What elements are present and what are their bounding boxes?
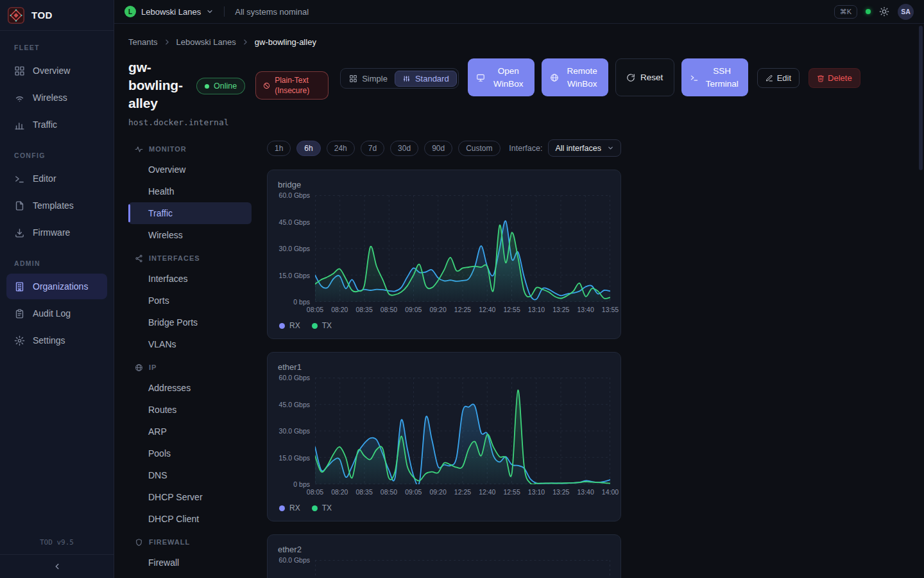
- device-nav-section-label: FIREWALL: [128, 532, 252, 552]
- device-nav: MONITOROverviewHealthTrafficWirelessINTE…: [128, 137, 252, 578]
- online-dot-icon: [205, 84, 209, 89]
- sidebar-item-organizations[interactable]: Organizations: [6, 274, 107, 299]
- x-axis-tick: 09:20: [430, 488, 447, 496]
- x-axis-tick: 13:25: [552, 488, 569, 496]
- user-avatar[interactable]: SA: [898, 4, 914, 20]
- device-nav-item-pools[interactable]: Pools: [128, 442, 252, 464]
- network-icon: [135, 254, 143, 263]
- device-nav-section-label: IP: [128, 358, 252, 377]
- sidebar-item-firmware[interactable]: Firmware: [6, 220, 107, 245]
- device-nav-item-health[interactable]: Health: [128, 180, 252, 202]
- interface-label: Interface:: [509, 144, 542, 153]
- range-pill-1h[interactable]: 1h: [267, 141, 291, 156]
- chevron-left-icon: [53, 562, 62, 571]
- sidebar-section-label: FLEET: [0, 31, 114, 57]
- device-nav-item-dhcp-server[interactable]: DHCP Server: [128, 486, 252, 508]
- x-axis-tick: 08:20: [331, 306, 348, 313]
- traffic-chart-bridge[interactable]: [315, 195, 610, 302]
- sidebar-item-settings[interactable]: Settings: [6, 328, 107, 353]
- x-axis: 08:0508:2008:3508:5009:0509:2012:2512:40…: [315, 487, 610, 498]
- range-pill-90d[interactable]: 90d: [424, 141, 452, 156]
- sidebar-collapse-button[interactable]: [0, 554, 114, 578]
- edit-button[interactable]: Edit: [757, 68, 800, 88]
- app-version: TOD v9.5: [0, 532, 114, 554]
- chart-card-bridge: bridge 60.0 Gbps45.0 Gbps30.0 Gbps15.0 G…: [267, 170, 621, 339]
- topbar: L Lebowski Lanes All systems nominal ⌘K …: [114, 0, 924, 24]
- app-logo-icon: [7, 6, 25, 24]
- tenant-switcher[interactable]: L Lebowski Lanes: [124, 6, 214, 17]
- breadcrumb-link[interactable]: Tenants: [128, 37, 158, 47]
- brand[interactable]: TOD: [0, 0, 114, 31]
- interface-select[interactable]: All interfaces: [548, 139, 621, 157]
- range-pill-7d[interactable]: 7d: [361, 141, 384, 156]
- sidebar-item-traffic[interactable]: Traffic: [6, 112, 107, 137]
- chart-title: ether1: [278, 362, 610, 372]
- device-nav-item-addresses[interactable]: Addresses: [128, 377, 252, 399]
- traffic-chart-ether1[interactable]: [315, 378, 610, 484]
- x-axis-tick: 08:05: [307, 488, 323, 496]
- device-nav-item-ports[interactable]: Ports: [128, 290, 252, 311]
- shield-icon: [135, 538, 143, 547]
- gear-icon: [14, 335, 25, 346]
- sidebar-item-wireless[interactable]: Wireless: [6, 85, 107, 110]
- sidebar-footer: TOD v9.5: [0, 532, 114, 578]
- device-nav-item-interfaces[interactable]: Interfaces: [128, 268, 252, 290]
- y-axis: 60.0 Gbps45.0 Gbps30.0 Gbps15.0 Gbps0 bp…: [278, 378, 315, 484]
- legend-dot-icon: [312, 323, 318, 329]
- device-nav-item-overview[interactable]: Overview: [128, 159, 252, 180]
- device-nav-item-arp[interactable]: ARP: [128, 421, 252, 442]
- sidebar-item-overview[interactable]: Overview: [6, 58, 107, 83]
- y-axis-tick: 60.0 Gbps: [279, 191, 310, 199]
- device-nav-item-vlans[interactable]: VLANs: [128, 333, 252, 355]
- ssh-terminal-button[interactable]: SSH Terminal: [681, 58, 748, 96]
- device-nav-item-firewall[interactable]: Firewall: [128, 552, 252, 574]
- remote-winbox-button[interactable]: Remote WinBox: [542, 58, 608, 96]
- device-nav-item-routes[interactable]: Routes: [128, 399, 252, 421]
- trash-icon: [817, 74, 825, 82]
- range-pill-30d[interactable]: 30d: [390, 141, 418, 156]
- sidebar-section-label: CONFIG: [0, 139, 114, 164]
- range-pill-custom[interactable]: Custom: [458, 141, 500, 156]
- sidebar-item-templates[interactable]: Templates: [6, 193, 107, 218]
- theme-toggle-sun-icon[interactable]: [879, 6, 889, 17]
- command-palette-button[interactable]: ⌘K: [834, 5, 857, 19]
- device-nav-item-wireless[interactable]: Wireless: [128, 224, 252, 246]
- x-axis-tick: 13:25: [552, 306, 569, 313]
- range-pill-6h[interactable]: 6h: [296, 141, 320, 156]
- device-nav-item-bridge-ports[interactable]: Bridge Ports: [128, 311, 252, 333]
- range-pill-24h[interactable]: 24h: [327, 141, 355, 156]
- sidebar-nav: FLEETOverviewWirelessTrafficCONFIGEditor…: [0, 31, 114, 355]
- view-mode-simple[interactable]: Simple: [342, 71, 395, 86]
- device-nav-item-dhcp-client[interactable]: DHCP Client: [128, 508, 252, 530]
- terminal-icon: [690, 73, 699, 82]
- view-mode-toggle: SimpleStandard: [340, 68, 459, 89]
- chart-legend: RXTX: [278, 321, 610, 330]
- device-nav-item-traffic[interactable]: Traffic: [128, 202, 252, 224]
- reset-button[interactable]: Reset: [615, 58, 674, 96]
- x-axis-tick: 08:35: [356, 306, 373, 313]
- y-axis-tick: 30.0 Gbps: [279, 245, 310, 252]
- delete-button[interactable]: Delete: [809, 68, 860, 88]
- x-axis-tick: 09:20: [430, 306, 447, 313]
- scrollbar-thumb[interactable]: [919, 26, 923, 170]
- breadcrumb-link[interactable]: Lebowski Lanes: [176, 37, 236, 47]
- sliders-icon: [402, 74, 411, 83]
- y-axis-tick: 45.0 Gbps: [279, 401, 310, 408]
- x-axis-tick: 08:20: [331, 488, 348, 496]
- tenant-name: Lebowski Lanes: [141, 7, 201, 17]
- device-nav-item-mangle[interactable]: Mangle: [128, 574, 252, 578]
- traffic-chart-ether2[interactable]: [315, 560, 610, 578]
- view-mode-standard[interactable]: Standard: [395, 71, 457, 87]
- chart-title: bridge: [278, 180, 610, 189]
- sidebar-item-audit-log[interactable]: Audit Log: [6, 301, 107, 326]
- health-status-dot: [866, 9, 871, 14]
- device-nav-section-label: INTERFACES: [128, 249, 252, 268]
- device-nav-item-dns[interactable]: DNS: [128, 464, 252, 486]
- clipboard-icon: [14, 308, 25, 319]
- sidebar-item-editor[interactable]: Editor: [6, 166, 107, 191]
- y-axis-tick: 45.0 Gbps: [279, 218, 310, 226]
- open-winbox-button[interactable]: Open WinBox: [468, 58, 535, 96]
- x-axis-tick: 12:40: [479, 306, 495, 313]
- app-root: TOD FLEETOverviewWirelessTrafficCONFIGEd…: [0, 0, 924, 578]
- y-axis-tick: 15.0 Gbps: [279, 272, 310, 279]
